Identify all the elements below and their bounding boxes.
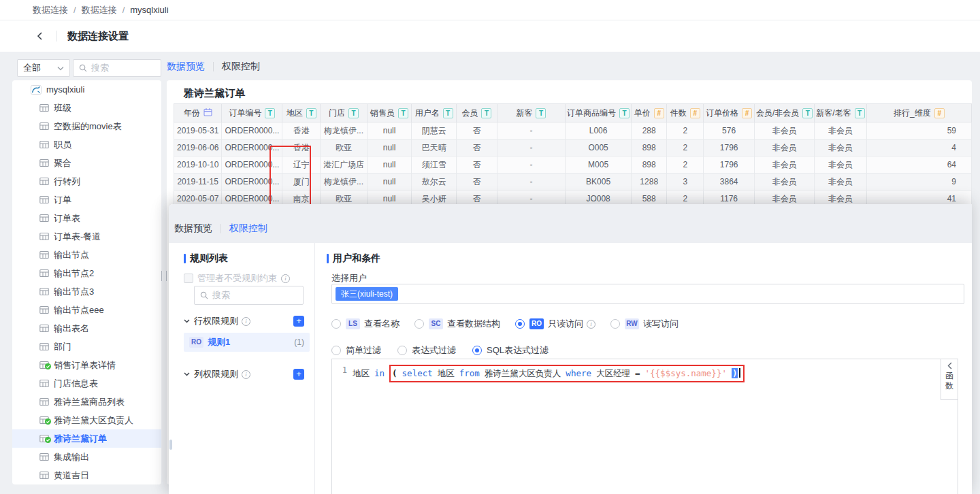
sidebar-item-table[interactable]: 门店信息表 xyxy=(12,374,161,393)
sidebar-item-table[interactable]: 输出节点3 xyxy=(12,282,161,301)
table-icon-wrap xyxy=(39,159,49,167)
permission-option-sc[interactable]: SC查看数据结构 xyxy=(414,318,500,330)
sidebar-item-table[interactable]: 输出节点2 xyxy=(12,264,161,282)
sidebar-item-table[interactable]: 输出节点 xyxy=(12,246,161,264)
admin-exempt-checkbox[interactable] xyxy=(184,274,193,283)
radio-button[interactable] xyxy=(610,319,620,329)
radio-button[interactable] xyxy=(397,346,407,355)
sidebar-item-selected-table[interactable]: 雅诗兰黛订单 xyxy=(12,429,161,448)
page-title: 数据连接设置 xyxy=(67,30,129,43)
column-header[interactable]: 新客/老客T xyxy=(815,104,866,122)
filter-mode-option[interactable]: 简单过滤 xyxy=(331,344,381,357)
info-icon[interactable]: i xyxy=(281,274,290,283)
add-col-rule-button[interactable]: + xyxy=(293,369,304,380)
admin-exempt-label: 管理者不受规则约束 xyxy=(197,272,277,284)
column-header[interactable]: 地区T xyxy=(282,104,321,122)
column-header[interactable]: 门店T xyxy=(321,104,368,122)
add-row-rule-button[interactable]: + xyxy=(293,316,304,327)
column-header[interactable]: 销售员T xyxy=(368,104,412,122)
col-rules-group[interactable]: 列权限规则 i + xyxy=(184,368,304,380)
sidebar-item-table[interactable]: 订单表 xyxy=(12,209,161,227)
table-icon xyxy=(39,232,49,241)
breadcrumb-item[interactable]: 数据连接 xyxy=(82,4,117,16)
table-row: 2019-06-06ORDER0000...香港欧亚null巴天晴否-O0058… xyxy=(174,139,972,157)
table-icon-wrap xyxy=(39,306,49,314)
sidebar-resize-handle[interactable] xyxy=(161,271,167,281)
rules-search-input[interactable]: 搜索 xyxy=(194,286,304,305)
column-header[interactable]: 订单商品编号T xyxy=(566,104,632,122)
column-header[interactable]: 会员T xyxy=(457,104,497,122)
user-select-input[interactable]: 张三(xiuli-test) xyxy=(331,284,964,304)
radio-button[interactable] xyxy=(515,319,525,329)
sidebar-item-table[interactable]: 集成输出 xyxy=(12,448,161,466)
sidebar-item-table[interactable]: 行转列 xyxy=(12,172,161,191)
info-icon[interactable]: i xyxy=(242,370,250,379)
info-icon[interactable]: i xyxy=(242,317,250,326)
permission-option-ro[interactable]: RO只读访问i xyxy=(515,318,595,330)
authorized-badge-icon xyxy=(45,416,51,427)
main-tab-data-preview[interactable]: 数据预览 xyxy=(167,61,205,73)
breadcrumb-item[interactable]: mysqlxiuli xyxy=(130,5,168,15)
sidebar-search-input[interactable]: 搜索 xyxy=(73,59,161,77)
column-header[interactable]: 会员/非会员T xyxy=(754,104,814,122)
function-panel-label: 函数 xyxy=(945,371,954,391)
radio-button[interactable] xyxy=(331,346,341,355)
permission-option-ls[interactable]: LS查看名称 xyxy=(331,318,399,330)
connection-item[interactable]: mysqlxiuli xyxy=(12,80,161,99)
sidebar-item-table[interactable]: 订单表-餐道 xyxy=(12,227,161,246)
column-header[interactable]: 件数# xyxy=(667,104,704,122)
table-item-label: 雅诗兰黛大区负责人 xyxy=(54,414,133,427)
table-cell: ORDER0000... xyxy=(222,174,282,191)
sidebar-item-table[interactable]: 雅诗兰黛商品列表 xyxy=(12,393,161,411)
overlay-resize-handle[interactable] xyxy=(169,440,172,450)
column-header[interactable]: 订单编号T xyxy=(222,104,282,122)
row-rules-group[interactable]: 行权限规则 i + xyxy=(184,315,304,327)
filter-mode-option[interactable]: SQL表达式过滤 xyxy=(472,344,549,357)
filter-mode-option[interactable]: 表达式过滤 xyxy=(397,344,456,357)
sql-token: 大区经理 xyxy=(596,368,630,378)
table-row: 2019-10-10ORDER0000...辽宁港汇广场店null须江雪否-M0… xyxy=(174,157,972,174)
table-icon xyxy=(39,103,49,112)
sidebar-item-table[interactable]: 输出表名 xyxy=(12,319,161,337)
column-header[interactable]: 订单价格# xyxy=(704,104,755,122)
sidebar-item-table[interactable]: 黄道吉日 xyxy=(12,466,161,484)
sidebar-item-table[interactable]: 订单 xyxy=(12,191,161,209)
table-item-label: 门店信息表 xyxy=(54,378,98,390)
sidebar-item-table[interactable]: 输出节点eee xyxy=(12,301,161,319)
overlay-tab-permission-control[interactable]: 权限控制 xyxy=(229,223,267,235)
column-header[interactable]: 年份 xyxy=(174,104,222,122)
sidebar-item-table[interactable]: 部门 xyxy=(12,337,161,356)
radio-button[interactable] xyxy=(331,319,341,329)
text-type-icon: T xyxy=(265,108,275,118)
table-cell: 1288 xyxy=(632,174,667,191)
sidebar-item-table[interactable]: 空数据的movie表 xyxy=(12,117,161,135)
column-header[interactable]: 用户名T xyxy=(412,104,457,122)
sidebar-item-table[interactable]: 聚合 xyxy=(12,154,161,172)
column-header[interactable]: 新客T xyxy=(497,104,565,122)
rule-item[interactable]: RO 规则1 (1) xyxy=(184,333,310,352)
column-header[interactable]: 单价# xyxy=(632,104,667,122)
main-tab-bar: 数据预览权限控制 xyxy=(167,59,260,75)
main-tab-permission-control[interactable]: 权限控制 xyxy=(222,61,260,73)
type-filter-select[interactable]: 全部 xyxy=(17,59,70,77)
info-icon[interactable]: i xyxy=(587,320,595,329)
back-button[interactable] xyxy=(34,30,46,42)
overlay-tab-data-preview[interactable]: 数据预览 xyxy=(174,223,212,235)
permission-badge: RO xyxy=(529,318,544,329)
number-type-icon: # xyxy=(654,108,664,118)
sidebar-item-table[interactable]: 雅诗兰黛大区负责人 xyxy=(12,411,161,429)
table-item-label: 集成输出 xyxy=(54,451,89,463)
table-icon-wrap xyxy=(39,361,49,369)
permission-option-rw[interactable]: RW读写访问 xyxy=(610,318,679,330)
sql-editor[interactable]: 1 地区in(select地区from雅诗兰黛大区负责人where大区经理='{… xyxy=(331,359,958,494)
sidebar-item-table[interactable]: 职员 xyxy=(12,135,161,154)
breadcrumb-item[interactable]: 数据连接 xyxy=(33,4,68,16)
radio-button[interactable] xyxy=(414,319,424,329)
column-header[interactable]: 排行_维度# xyxy=(866,104,971,122)
function-panel-toggle[interactable]: 函数 xyxy=(941,359,958,400)
sidebar-item-table[interactable]: 班级 xyxy=(12,99,161,117)
sidebar-item-table[interactable]: 销售订单表详情 xyxy=(12,356,161,374)
user-tag[interactable]: 张三(xiuli-test) xyxy=(336,287,398,301)
radio-button[interactable] xyxy=(472,346,482,355)
authorized-check-icon xyxy=(45,418,51,425)
